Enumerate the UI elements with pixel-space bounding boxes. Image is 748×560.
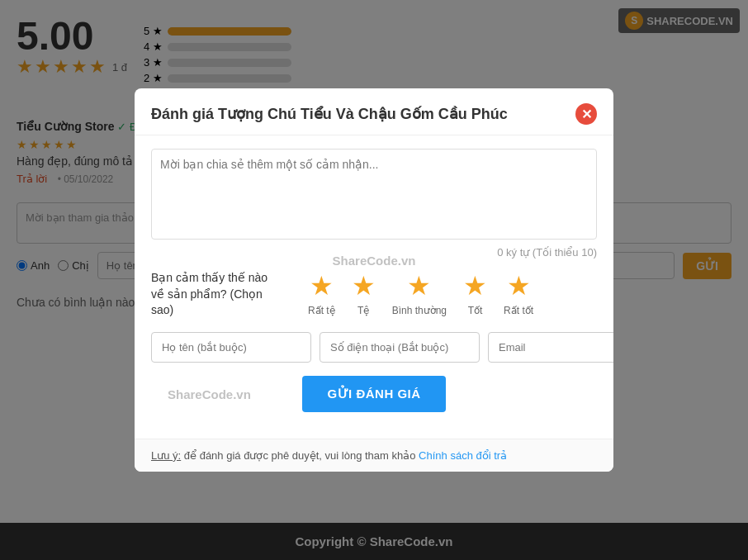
rating-option-1[interactable]: ★ Rất tệ bbox=[308, 270, 335, 316]
modal-close-button[interactable]: ✕ bbox=[575, 103, 597, 125]
watermark-bottom: ShareCode.vn bbox=[168, 387, 251, 401]
rating-star-2[interactable]: ★ bbox=[352, 270, 376, 301]
rating-options: ★ Rất tệ ★ Tệ ★ Bình thường ★ Tốt bbox=[308, 270, 533, 316]
modal-body: 0 ký tự (Tối thiểu 10) ShareCode.vn Bạn … bbox=[135, 135, 613, 439]
policy-link[interactable]: Chính sách đổi trả bbox=[419, 449, 507, 462]
review-textarea[interactable] bbox=[151, 149, 597, 240]
rating-star-3[interactable]: ★ bbox=[407, 270, 431, 301]
modal-overlay[interactable]: Đánh giá Tượng Chú Tiểu Và Chậu Gốm Cầu … bbox=[0, 0, 748, 560]
modal-title: Đánh giá Tượng Chú Tiểu Và Chậu Gốm Cầu … bbox=[151, 105, 508, 123]
rating-label-5: Rất tốt bbox=[504, 305, 533, 316]
rating-option-5[interactable]: ★ Rất tốt bbox=[504, 270, 533, 316]
form-fields bbox=[151, 332, 597, 363]
rating-label-3: Bình thường bbox=[392, 305, 447, 316]
review-modal: Đánh giá Tượng Chú Tiểu Và Chậu Gốm Cầu … bbox=[135, 88, 613, 472]
policy-note-prefix: Lưu ý: bbox=[151, 449, 181, 462]
rating-star-4[interactable]: ★ bbox=[463, 270, 487, 301]
phone-field[interactable] bbox=[320, 332, 480, 363]
rating-option-4[interactable]: ★ Tốt bbox=[463, 270, 487, 316]
policy-note-text: để đánh giá được phê duyệt, vui lòng tha… bbox=[184, 449, 419, 462]
submit-review-button[interactable]: GỬI ĐÁNH GIÁ bbox=[302, 376, 445, 412]
rating-label-1: Rất tệ bbox=[308, 305, 335, 316]
name-field[interactable] bbox=[151, 332, 311, 363]
char-count: 0 ký tự (Tối thiểu 10) bbox=[151, 246, 597, 259]
rating-option-2[interactable]: ★ Tệ bbox=[352, 270, 376, 316]
submit-section: ShareCode.vn GỬI ĐÁNH GIÁ bbox=[151, 376, 597, 412]
rating-section: Bạn cảm thấy thế nào về sản phẩm? (Chọn … bbox=[151, 270, 597, 319]
rating-question: Bạn cảm thấy thế nào về sản phẩm? (Chọn … bbox=[151, 270, 283, 319]
rating-label-4: Tốt bbox=[468, 305, 483, 316]
policy-note: Lưu ý: để đánh giá được phê duyệt, vui l… bbox=[135, 439, 613, 472]
rating-option-3[interactable]: ★ Bình thường bbox=[392, 270, 447, 316]
email-field[interactable] bbox=[488, 332, 613, 363]
rating-star-5[interactable]: ★ bbox=[507, 270, 531, 301]
modal-header: Đánh giá Tượng Chú Tiểu Và Chậu Gốm Cầu … bbox=[135, 88, 613, 135]
rating-star-1[interactable]: ★ bbox=[310, 270, 334, 301]
rating-label-2: Tệ bbox=[357, 305, 369, 316]
